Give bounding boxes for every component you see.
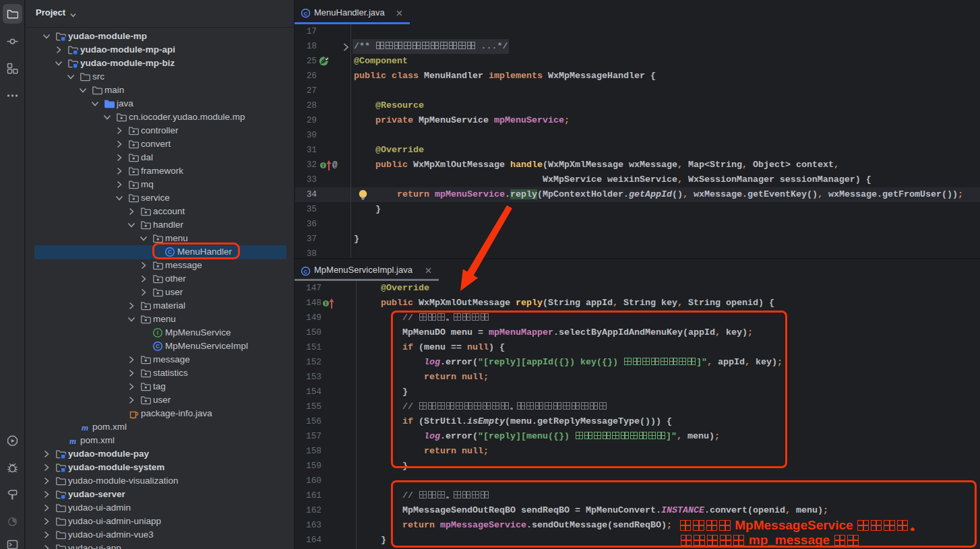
- svg-text:C: C: [156, 343, 160, 350]
- svg-text:I: I: [157, 329, 158, 336]
- svg-text:m: m: [69, 436, 76, 446]
- svg-text:m: m: [82, 422, 88, 432]
- svg-text:C: C: [304, 269, 308, 275]
- svg-text:C: C: [304, 11, 308, 17]
